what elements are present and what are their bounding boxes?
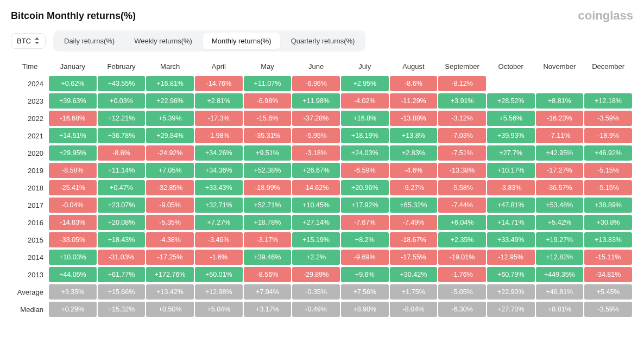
return-cell: -37.28% [292, 111, 340, 126]
return-cell: +11.14% [98, 163, 146, 178]
column-header: July [341, 59, 389, 74]
return-cell: -34.81% [584, 267, 632, 282]
return-cell: +3.91% [438, 93, 486, 109]
return-cell: -3.83% [487, 180, 535, 195]
return-cell: -3.18% [292, 145, 340, 161]
return-cell [487, 76, 535, 91]
return-cell: -9.27% [390, 180, 438, 195]
tab-weekly-returns[interactable]: Weekly returns(%) [125, 33, 201, 49]
return-cell: +27.7% [487, 145, 535, 161]
return-cell: +34.26% [195, 145, 243, 161]
return-cell: -4.6% [390, 163, 438, 178]
return-cell: -7.51% [438, 145, 486, 161]
return-cell: -3.17% [244, 232, 292, 247]
return-cell: +11.98% [292, 93, 340, 109]
return-cell: -0.49% [292, 302, 340, 317]
page-title: Bitcoin Monthly returns(%) [11, 10, 136, 22]
table-row: 2019-8.58%+11.14%+7.05%+34.36%+52.38%+26… [12, 163, 632, 178]
return-cell: +29.95% [49, 145, 97, 161]
return-cell: +2.83% [390, 145, 438, 161]
return-cell: -5.58% [438, 180, 486, 195]
column-header: June [292, 59, 340, 74]
row-label: 2017 [12, 198, 48, 213]
column-header: Time [12, 59, 48, 74]
return-cell: +23.07% [98, 198, 146, 213]
return-cell: +22.90% [487, 284, 535, 300]
return-cell: +5.42% [536, 215, 584, 230]
return-cell: +32.71% [195, 198, 243, 213]
return-cell: -17.25% [146, 250, 194, 265]
return-cell: +27.14% [292, 215, 340, 230]
return-cell: +172.76% [146, 267, 194, 282]
return-cell: +12.98% [195, 284, 243, 300]
tab-daily-returns[interactable]: Daily returns(%) [55, 33, 123, 49]
return-cell: +20.96% [341, 180, 389, 195]
return-cell: +8.81% [536, 93, 584, 109]
return-cell: -8.04% [390, 302, 438, 317]
return-cell: +449.35% [536, 267, 584, 282]
return-cell: -18.67% [390, 232, 438, 247]
return-cell: +2.81% [195, 93, 243, 109]
return-cell: +2.95% [341, 76, 389, 91]
return-cell: +0.62% [49, 76, 97, 91]
table-row: 2024+0.62%+43.55%+16.81%-14.76%+11.07%-6… [12, 76, 632, 91]
return-cell: +9.6% [341, 267, 389, 282]
row-label: 2013 [12, 267, 48, 282]
return-cell: +38.89% [584, 198, 632, 213]
return-cell: +19.27% [536, 232, 584, 247]
return-cell: -17.3% [195, 111, 243, 126]
returns-table: TimeJanuaryFebruaryMarchAprilMayJuneJuly… [11, 57, 633, 319]
return-cell: -13.38% [438, 163, 486, 178]
return-cell: +10.45% [292, 198, 340, 213]
return-cell: +8.90% [341, 302, 389, 317]
return-cell: -8.12% [438, 76, 486, 91]
return-cell: +27.70% [487, 302, 535, 317]
return-cell: +26.67% [292, 163, 340, 178]
return-cell: +12.82% [536, 250, 584, 265]
chevron-updown-icon [34, 37, 40, 44]
return-cell: -14.83% [49, 215, 97, 230]
return-cell: +3.35% [49, 284, 97, 300]
return-cell [584, 76, 632, 91]
tab-quarterly-returns[interactable]: Quarterly returns(%) [282, 33, 364, 49]
return-cell: +52.71% [244, 198, 292, 213]
return-cell: -31.03% [98, 250, 146, 265]
return-cell: +8.81% [536, 302, 584, 317]
return-cell: +2.35% [438, 232, 486, 247]
return-cell: -1.98% [195, 128, 243, 143]
return-cell: -0.35% [292, 284, 340, 300]
return-cell: +10.03% [49, 250, 97, 265]
row-label: 2022 [12, 111, 48, 126]
return-cell: -3.59% [584, 111, 632, 126]
row-label: Average [12, 284, 48, 300]
table-row: 2016-14.83%+20.08%-5.35%+7.27%+18.78%+27… [12, 215, 632, 230]
table-row: 2013+44.05%+61.77%+172.76%+50.01%-8.56%-… [12, 267, 632, 282]
return-cell: +8.2% [341, 232, 389, 247]
brand-logo: coinglass [578, 9, 633, 23]
return-cell: +12.18% [584, 93, 632, 109]
return-cell: +22.96% [146, 93, 194, 109]
return-cell: -8.58% [49, 163, 97, 178]
return-cell: -7.67% [341, 215, 389, 230]
return-cell: +0.50% [146, 302, 194, 317]
return-cell: -18.99% [244, 180, 292, 195]
return-cell: -7.03% [438, 128, 486, 143]
return-cell: +60.79% [487, 267, 535, 282]
return-cell: +52.38% [244, 163, 292, 178]
table-row: 2015-33.05%+18.43%-4.38%-3.46%-3.17%+15.… [12, 232, 632, 247]
return-cell: +44.05% [49, 267, 97, 282]
coin-select[interactable]: BTC [11, 33, 46, 49]
return-cell: -36.57% [536, 180, 584, 195]
return-cell: +18.19% [341, 128, 389, 143]
return-cell: +20.08% [98, 215, 146, 230]
row-label: 2024 [12, 76, 48, 91]
return-cell: +5.56% [487, 111, 535, 126]
tab-monthly-returns[interactable]: Monthly returns(%) [203, 33, 280, 49]
return-cell: +53.48% [536, 198, 584, 213]
column-header: September [438, 59, 486, 74]
column-header: November [536, 59, 584, 74]
return-cell: -29.89% [292, 267, 340, 282]
return-cell: -19.01% [438, 250, 486, 265]
return-cell: +11.07% [244, 76, 292, 91]
return-cell: -17.27% [536, 163, 584, 178]
